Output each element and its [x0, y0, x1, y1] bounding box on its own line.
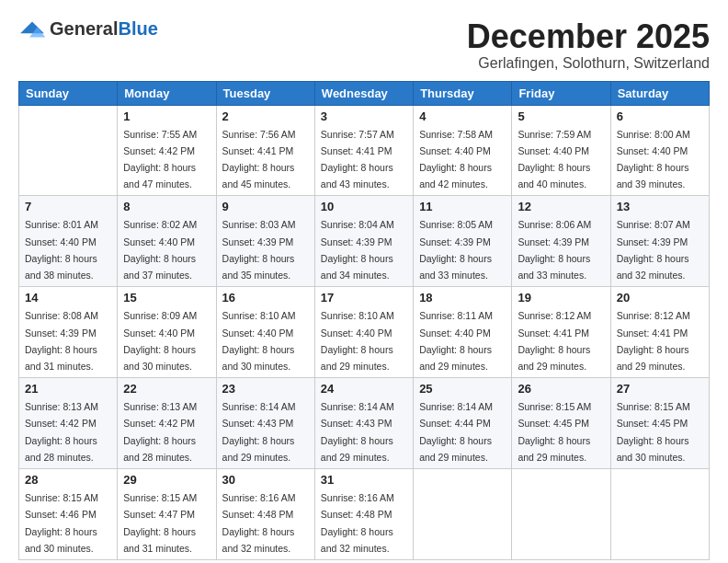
logo-icon: [18, 20, 46, 39]
day-detail: Sunrise: 8:14 AMSunset: 4:43 PMDaylight:…: [321, 401, 394, 463]
calendar-cell: 10 Sunrise: 8:04 AMSunset: 4:39 PMDaylig…: [314, 196, 413, 287]
calendar-week-row: 14 Sunrise: 8:08 AMSunset: 4:39 PMDaylig…: [19, 287, 710, 378]
day-detail: Sunrise: 8:04 AMSunset: 4:39 PMDaylight:…: [321, 219, 394, 281]
day-number: 16: [222, 291, 309, 304]
day-number: 7: [25, 200, 111, 213]
day-detail: Sunrise: 8:12 AMSunset: 4:41 PMDaylight:…: [518, 310, 591, 372]
calendar-cell: 6 Sunrise: 8:00 AMSunset: 4:40 PMDayligh…: [610, 105, 709, 196]
day-number: 6: [617, 109, 703, 123]
day-detail: Sunrise: 8:15 AMSunset: 4:45 PMDaylight:…: [518, 401, 591, 463]
day-number: 26: [518, 382, 604, 396]
calendar-cell: 30 Sunrise: 8:16 AMSunset: 4:48 PMDaylig…: [216, 469, 314, 560]
day-detail: Sunrise: 7:56 AMSunset: 4:41 PMDaylight:…: [222, 129, 296, 190]
calendar-cell: 12 Sunrise: 8:06 AMSunset: 4:39 PMDaylig…: [512, 196, 610, 287]
logo-blue: Blue: [118, 18, 157, 39]
calendar-header-row: SundayMondayTuesdayWednesdayThursdayFrid…: [19, 81, 710, 105]
day-number: 3: [321, 109, 407, 123]
day-number: 15: [123, 291, 210, 304]
page-header: GeneralBlue December 2025 Gerlafingen, S…: [18, 18, 710, 72]
day-number: 17: [321, 291, 407, 304]
day-number: 13: [617, 200, 703, 213]
calendar-cell: 29 Sunrise: 8:15 AMSunset: 4:47 PMDaylig…: [118, 469, 216, 560]
logo: GeneralBlue: [18, 18, 158, 40]
calendar-cell: 4 Sunrise: 7:58 AMSunset: 4:40 PMDayligh…: [414, 105, 512, 196]
calendar-cell: 5 Sunrise: 7:59 AMSunset: 4:40 PMDayligh…: [512, 105, 610, 196]
day-detail: Sunrise: 8:16 AMSunset: 4:48 PMDaylight:…: [222, 492, 296, 554]
day-number: 14: [25, 291, 111, 304]
day-detail: Sunrise: 8:11 AMSunset: 4:40 PMDaylight:…: [419, 310, 493, 372]
day-number: 31: [321, 473, 407, 487]
calendar-week-row: 21 Sunrise: 8:13 AMSunset: 4:42 PMDaylig…: [19, 378, 710, 469]
day-detail: Sunrise: 8:10 AMSunset: 4:40 PMDaylight:…: [222, 310, 296, 372]
day-detail: Sunrise: 7:55 AMSunset: 4:42 PMDaylight:…: [123, 129, 197, 190]
calendar-cell: [610, 469, 709, 560]
day-number: 19: [518, 291, 604, 304]
calendar-cell: [512, 469, 610, 560]
calendar-cell: 22 Sunrise: 8:13 AMSunset: 4:42 PMDaylig…: [118, 378, 216, 469]
day-detail: Sunrise: 8:08 AMSunset: 4:39 PMDaylight:…: [25, 310, 98, 372]
calendar-cell: 2 Sunrise: 7:56 AMSunset: 4:41 PMDayligh…: [216, 105, 314, 196]
calendar-cell: 23 Sunrise: 8:14 AMSunset: 4:43 PMDaylig…: [216, 378, 314, 469]
logo-general: General: [50, 18, 118, 39]
calendar-cell: 16 Sunrise: 8:10 AMSunset: 4:40 PMDaylig…: [216, 287, 314, 378]
title-block: December 2025 Gerlafingen, Solothurn, Sw…: [467, 18, 710, 72]
calendar-week-row: 28 Sunrise: 8:15 AMSunset: 4:46 PMDaylig…: [19, 469, 710, 560]
day-detail: Sunrise: 8:01 AMSunset: 4:40 PMDaylight:…: [25, 219, 98, 281]
location-title: Gerlafingen, Solothurn, Switzerland: [467, 55, 710, 72]
calendar-cell: 8 Sunrise: 8:02 AMSunset: 4:40 PMDayligh…: [118, 196, 216, 287]
day-number: 8: [123, 200, 210, 213]
calendar-cell: 27 Sunrise: 8:15 AMSunset: 4:45 PMDaylig…: [610, 378, 709, 469]
day-detail: Sunrise: 7:58 AMSunset: 4:40 PMDaylight:…: [419, 129, 493, 190]
calendar-cell: 21 Sunrise: 8:13 AMSunset: 4:42 PMDaylig…: [19, 378, 118, 469]
calendar-cell: 1 Sunrise: 7:55 AMSunset: 4:42 PMDayligh…: [118, 105, 216, 196]
day-number: 27: [617, 382, 703, 396]
day-number: 4: [419, 109, 506, 123]
calendar-cell: 17 Sunrise: 8:10 AMSunset: 4:40 PMDaylig…: [314, 287, 413, 378]
day-detail: Sunrise: 8:14 AMSunset: 4:44 PMDaylight:…: [419, 401, 493, 463]
day-detail: Sunrise: 8:13 AMSunset: 4:42 PMDaylight:…: [123, 401, 197, 463]
calendar-cell: 3 Sunrise: 7:57 AMSunset: 4:41 PMDayligh…: [314, 105, 413, 196]
day-detail: Sunrise: 8:03 AMSunset: 4:39 PMDaylight:…: [222, 219, 296, 281]
month-title: December 2025: [467, 18, 710, 55]
day-number: 10: [321, 200, 407, 213]
day-number: 30: [222, 473, 309, 487]
day-detail: Sunrise: 8:15 AMSunset: 4:45 PMDaylight:…: [617, 401, 690, 463]
weekday-header-friday: Friday: [512, 81, 610, 105]
day-detail: Sunrise: 8:12 AMSunset: 4:41 PMDaylight:…: [617, 310, 690, 372]
day-number: 25: [419, 382, 506, 396]
calendar-cell: 25 Sunrise: 8:14 AMSunset: 4:44 PMDaylig…: [414, 378, 512, 469]
day-number: 12: [518, 200, 604, 213]
day-number: 23: [222, 382, 309, 396]
calendar-cell: 19 Sunrise: 8:12 AMSunset: 4:41 PMDaylig…: [512, 287, 610, 378]
day-detail: Sunrise: 8:02 AMSunset: 4:40 PMDaylight:…: [123, 219, 197, 281]
calendar-cell: 18 Sunrise: 8:11 AMSunset: 4:40 PMDaylig…: [414, 287, 512, 378]
day-detail: Sunrise: 8:09 AMSunset: 4:40 PMDaylight:…: [123, 310, 197, 372]
day-detail: Sunrise: 7:59 AMSunset: 4:40 PMDaylight:…: [518, 129, 591, 190]
day-detail: Sunrise: 7:57 AMSunset: 4:41 PMDaylight:…: [321, 129, 394, 190]
calendar-cell: 11 Sunrise: 8:05 AMSunset: 4:39 PMDaylig…: [414, 196, 512, 287]
calendar-cell: 15 Sunrise: 8:09 AMSunset: 4:40 PMDaylig…: [118, 287, 216, 378]
day-number: 2: [222, 109, 309, 123]
day-detail: Sunrise: 8:15 AMSunset: 4:46 PMDaylight:…: [25, 492, 98, 554]
day-number: 9: [222, 200, 309, 213]
calendar-week-row: 7 Sunrise: 8:01 AMSunset: 4:40 PMDayligh…: [19, 196, 710, 287]
calendar-body: 1 Sunrise: 7:55 AMSunset: 4:42 PMDayligh…: [19, 105, 710, 559]
weekday-header-monday: Monday: [118, 81, 216, 105]
day-number: 1: [123, 109, 210, 123]
day-number: 24: [321, 382, 407, 396]
day-detail: Sunrise: 8:07 AMSunset: 4:39 PMDaylight:…: [617, 219, 690, 281]
day-detail: Sunrise: 8:15 AMSunset: 4:47 PMDaylight:…: [123, 492, 197, 554]
day-number: 20: [617, 291, 703, 304]
day-number: 5: [518, 109, 604, 123]
calendar-cell: [19, 105, 118, 196]
weekday-header-thursday: Thursday: [414, 81, 512, 105]
day-detail: Sunrise: 8:10 AMSunset: 4:40 PMDaylight:…: [321, 310, 394, 372]
calendar-cell: 28 Sunrise: 8:15 AMSunset: 4:46 PMDaylig…: [19, 469, 118, 560]
calendar-cell: 26 Sunrise: 8:15 AMSunset: 4:45 PMDaylig…: [512, 378, 610, 469]
day-number: 21: [25, 382, 111, 396]
calendar-cell: 13 Sunrise: 8:07 AMSunset: 4:39 PMDaylig…: [610, 196, 709, 287]
day-detail: Sunrise: 8:06 AMSunset: 4:39 PMDaylight:…: [518, 219, 591, 281]
calendar-cell: 14 Sunrise: 8:08 AMSunset: 4:39 PMDaylig…: [19, 287, 118, 378]
day-number: 11: [419, 200, 506, 213]
calendar-cell: [414, 469, 512, 560]
